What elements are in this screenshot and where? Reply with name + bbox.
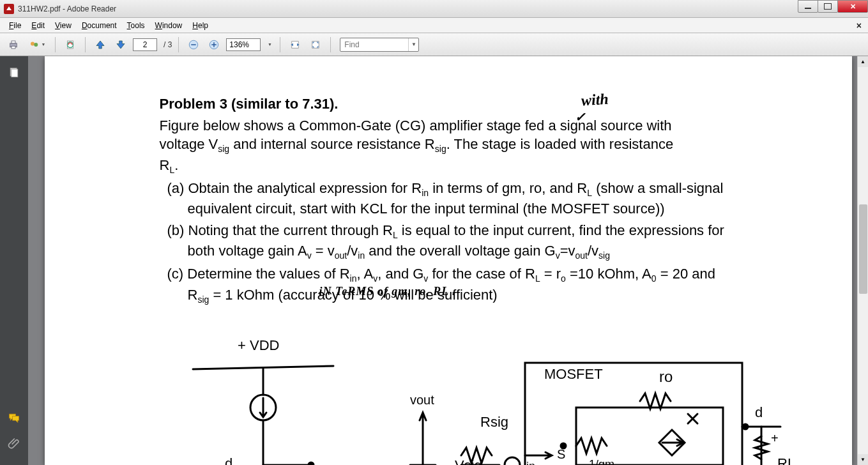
find-dropdown[interactable]: ▼ <box>408 38 418 51</box>
svg-point-4 <box>34 43 38 47</box>
problem-intro: Figure below shows a Common-Gate (CG) am… <box>160 116 737 176</box>
toolbar-separator <box>178 37 179 52</box>
toolbar: ▼ / 3 ▼ ▼ <box>0 33 868 56</box>
fit-width-button[interactable] <box>287 36 303 53</box>
find-input[interactable] <box>340 39 408 50</box>
toolbar-separator <box>330 37 331 52</box>
svg-text:d: d <box>755 404 763 420</box>
svg-text:MOSFET: MOSFET <box>544 366 603 382</box>
svg-rect-2 <box>11 46 15 49</box>
scroll-up-button[interactable]: ▲ <box>858 56 868 67</box>
svg-rect-1 <box>11 41 15 43</box>
close-document-button[interactable]: × <box>857 20 862 31</box>
nav-sidebar <box>0 56 28 465</box>
collaborate-icon <box>29 39 40 50</box>
arrow-down-icon <box>115 39 126 50</box>
menu-edit[interactable]: Edit <box>26 19 50 32</box>
menu-window[interactable]: Window <box>150 19 188 32</box>
toolbar-separator <box>55 37 56 52</box>
svg-text:+: + <box>771 431 779 445</box>
part-b: (b) Noting that the current through RL i… <box>160 221 737 263</box>
fit-page-icon <box>310 39 321 50</box>
menu-help[interactable]: Help <box>187 19 213 32</box>
svg-point-35 <box>561 443 566 448</box>
window-title-bar: 311HW2.pdf - Adobe Reader <box>0 0 868 18</box>
zoom-out-button[interactable] <box>185 36 202 53</box>
svg-text:vout: vout <box>410 393 434 407</box>
problem-title: Problem 3 (similar to 7.31). <box>160 95 737 114</box>
paperclip-icon <box>8 437 20 450</box>
arrow-up-icon <box>95 39 106 50</box>
window-title: 311HW2.pdf - Adobe Reader <box>18 4 116 13</box>
printer-icon <box>8 39 19 50</box>
zoom-in-button[interactable] <box>206 36 222 53</box>
svg-rect-8 <box>192 44 197 45</box>
fit-width-icon <box>289 39 301 50</box>
handwritten-annotation-with: with <box>580 89 609 111</box>
workspace: with ✓ Problem 3 (similar to 7.31). Figu… <box>0 56 868 465</box>
scroll-down-button[interactable]: ▼ <box>858 454 868 465</box>
single-page-button[interactable] <box>62 36 79 53</box>
document-area: with ✓ Problem 3 (similar to 7.31). Figu… <box>28 56 868 465</box>
menu-document[interactable]: Document <box>77 19 122 32</box>
svg-text:d: d <box>225 455 232 465</box>
fit-page-button[interactable] <box>307 36 324 53</box>
close-button[interactable] <box>837 0 868 13</box>
svg-point-3 <box>31 42 34 45</box>
menu-bar: File Edit View Document Tools Window Hel… <box>0 18 868 33</box>
comments-icon <box>8 411 20 424</box>
menu-tools[interactable]: Tools <box>122 19 150 32</box>
page-total: / 3 <box>164 40 172 49</box>
svg-point-23 <box>308 462 314 465</box>
email-button[interactable]: ▼ <box>26 36 49 53</box>
thumbnails-button[interactable] <box>4 63 24 83</box>
minimize-button[interactable] <box>798 0 818 13</box>
toolbar-separator <box>280 37 280 52</box>
svg-rect-11 <box>214 42 215 47</box>
prev-page-button[interactable] <box>92 36 109 53</box>
svg-point-28 <box>505 457 520 465</box>
menu-file[interactable]: File <box>4 19 26 32</box>
print-button[interactable] <box>5 36 22 53</box>
svg-text:Rsig: Rsig <box>480 414 508 430</box>
window-controls <box>798 0 868 13</box>
handwritten-annotation-terms: iN TeRMS of gm, ro, RL . <box>319 284 456 299</box>
document-content: with ✓ Problem 3 (similar to 7.31). Figu… <box>45 56 852 306</box>
svg-rect-15 <box>11 69 18 77</box>
part-a: (a) Obtain the analytical expression for… <box>160 179 737 218</box>
svg-text:iin: iin <box>524 460 535 465</box>
minus-icon <box>188 39 199 50</box>
page-number-input[interactable] <box>133 38 157 51</box>
svg-text:+ VDD: + VDD <box>238 337 279 353</box>
svg-text:RL: RL <box>777 455 795 465</box>
svg-rect-32 <box>576 408 723 465</box>
pages-icon <box>8 66 20 79</box>
comments-button[interactable] <box>4 408 24 428</box>
pdf-page: with ✓ Problem 3 (similar to 7.31). Figu… <box>45 56 852 465</box>
page-icon <box>65 39 76 50</box>
next-page-button[interactable] <box>112 36 129 53</box>
svg-text:Vsig: Vsig <box>455 457 482 465</box>
attachments-button[interactable] <box>4 433 24 454</box>
svg-text:ro: ro <box>659 368 673 385</box>
zoom-dropdown[interactable]: ▼ <box>264 36 273 53</box>
app-icon <box>4 4 14 14</box>
find-field[interactable]: ▼ <box>340 38 419 52</box>
menu-view[interactable]: View <box>50 19 77 32</box>
svg-text:1/gm: 1/gm <box>589 458 614 465</box>
svg-point-39 <box>743 424 748 429</box>
toolbar-separator <box>85 37 86 52</box>
scroll-thumb[interactable] <box>859 204 867 294</box>
plus-icon <box>208 39 220 50</box>
circuit-sketch: + VDD d vout <box>160 331 814 465</box>
zoom-input[interactable] <box>226 38 261 51</box>
vertical-scrollbar[interactable]: ▲ ▼ <box>857 56 868 465</box>
circuit-svg: + VDD d vout <box>160 331 814 465</box>
handwritten-checkmark: ✓ <box>575 109 586 126</box>
maximize-button[interactable] <box>818 0 838 13</box>
